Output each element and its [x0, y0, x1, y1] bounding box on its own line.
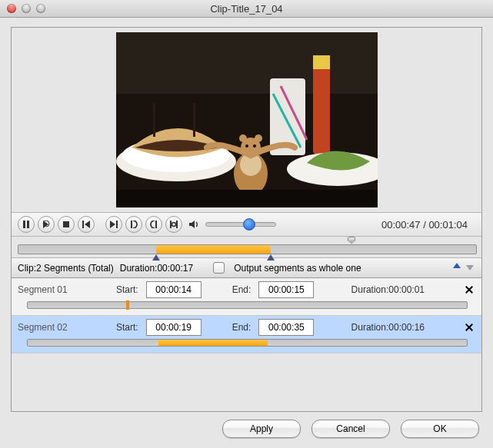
cancel-button[interactable]: Cancel	[311, 420, 390, 438]
prev-frame-button[interactable]	[78, 216, 95, 233]
svg-rect-25	[170, 221, 172, 228]
svg-point-13	[239, 134, 247, 142]
svg-rect-18	[23, 221, 25, 228]
svg-rect-20	[63, 221, 69, 227]
trim-in-handle[interactable]	[152, 254, 160, 261]
editor-panel: 00:00:47 / 00:01:04 Clip:2 Segments (Tot…	[11, 27, 482, 412]
svg-rect-22	[116, 221, 118, 228]
svg-point-15	[245, 144, 248, 148]
ok-button[interactable]: OK	[401, 420, 479, 438]
end-label: End:	[232, 284, 251, 295]
current-time: 00:00:47	[381, 219, 421, 231]
end-input[interactable]	[258, 281, 314, 298]
trim-range[interactable]	[156, 245, 271, 254]
segment-name: Segment 02	[18, 322, 108, 333]
svg-rect-7	[313, 55, 330, 155]
pause-button[interactable]	[18, 216, 35, 233]
minimize-window-button[interactable]	[22, 4, 31, 13]
playback-controls: 00:00:47 / 00:01:04	[12, 212, 481, 237]
mark-out-button[interactable]	[145, 216, 162, 233]
segment-track[interactable]	[27, 301, 468, 309]
svg-point-16	[253, 144, 256, 148]
next-frame-button[interactable]	[105, 216, 122, 233]
window-controls	[0, 4, 45, 13]
svg-rect-24	[155, 221, 157, 228]
delete-segment-icon[interactable]	[463, 284, 475, 296]
timecode-display: 00:00:47 / 00:01:04	[381, 219, 475, 231]
titlebar: Clip-Title_17_04	[0, 0, 493, 18]
segment-marker[interactable]	[126, 300, 129, 310]
start-label: Start:	[116, 284, 138, 295]
svg-rect-8	[313, 55, 330, 69]
segment-range[interactable]	[158, 340, 268, 346]
end-input[interactable]	[258, 319, 314, 336]
volume-slider[interactable]	[205, 222, 276, 227]
segment-row[interactable]: Segment 02 Start: End: Duration:00:00:16	[12, 316, 481, 353]
start-label: Start:	[116, 322, 138, 333]
svg-rect-23	[131, 221, 132, 228]
footer: Apply Cancel OK	[11, 420, 482, 438]
end-label: End:	[232, 322, 251, 333]
clip-info-bar: Clip:2 Segments (Total) Duration:00:00:1…	[12, 258, 481, 278]
svg-point-27	[172, 223, 176, 227]
segment-track[interactable]	[27, 339, 468, 347]
start-input[interactable]	[146, 281, 202, 298]
segment-row[interactable]: Segment 01 Start: End: Duration:00:00:01	[12, 278, 481, 316]
stop-button[interactable]	[58, 216, 75, 233]
segment-name: Segment 01	[18, 284, 108, 295]
move-up-icon[interactable]	[451, 261, 462, 274]
volume-thumb[interactable]	[243, 218, 255, 231]
segment-duration: Duration:00:00:16	[351, 322, 425, 333]
preview-area	[12, 28, 481, 212]
svg-rect-21	[82, 221, 84, 228]
volume-icon	[188, 219, 199, 230]
trim-out-handle[interactable]	[267, 254, 275, 261]
window-title: Clip-Title_17_04	[0, 3, 493, 15]
segment-duration: Duration:00:00:01	[351, 284, 425, 295]
output-whole-label: Output segments as whole one	[234, 263, 361, 274]
svg-rect-17	[116, 190, 378, 207]
svg-rect-5	[193, 103, 195, 137]
svg-rect-1	[116, 32, 378, 94]
zoom-window-button[interactable]	[36, 4, 45, 13]
output-whole-checkbox[interactable]	[213, 262, 225, 274]
total-time: 00:01:04	[428, 219, 468, 231]
total-duration: Duration:00:00:17	[120, 263, 193, 274]
move-down-icon[interactable]	[465, 261, 475, 274]
mark-in-button[interactable]	[125, 216, 142, 233]
svg-rect-26	[176, 221, 178, 228]
segment-list: Segment 01 Start: End: Duration:00:00:01	[12, 278, 481, 353]
video-preview[interactable]	[116, 32, 378, 207]
main-timeline	[12, 237, 481, 258]
apply-button[interactable]: Apply	[222, 420, 301, 438]
svg-rect-19	[27, 221, 29, 228]
mark-inout-button[interactable]	[165, 216, 182, 233]
start-input[interactable]	[146, 319, 202, 336]
play-segment-button[interactable]	[38, 216, 55, 233]
close-window-button[interactable]	[7, 4, 16, 13]
main-timeline-track[interactable]	[18, 244, 477, 254]
svg-rect-4	[153, 103, 155, 137]
playhead-icon[interactable]	[347, 237, 356, 244]
delete-segment-icon[interactable]	[463, 321, 475, 334]
svg-point-14	[255, 134, 262, 142]
clip-summary: Clip:2 Segments (Total)	[18, 263, 114, 274]
